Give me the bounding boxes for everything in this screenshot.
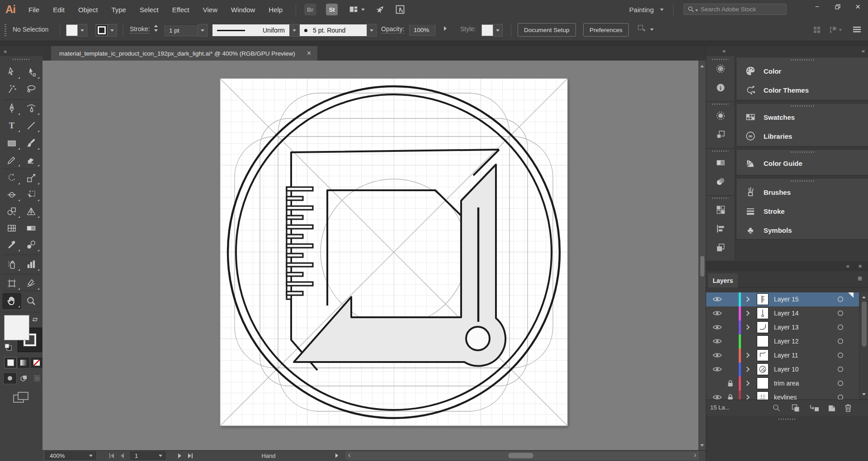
- stroke-weight-stepper[interactable]: [154, 23, 158, 33]
- last-artboard-button[interactable]: [187, 453, 193, 459]
- layer-name[interactable]: Layer 15: [774, 296, 798, 303]
- width-profile-chevron[interactable]: [289, 24, 299, 37]
- target-circle-icon[interactable]: [837, 380, 844, 386]
- collapse-icon-panels-column[interactable]: «: [862, 47, 864, 54]
- rectangle-tool[interactable]: [2, 136, 21, 151]
- grip[interactable]: [712, 151, 728, 152]
- visibility-eye-icon[interactable]: [712, 338, 722, 344]
- line-segment-tool[interactable]: [21, 118, 41, 133]
- target-circle-icon[interactable]: [837, 324, 844, 330]
- panel-grip[interactable]: [5, 24, 6, 36]
- layer-thumbnail[interactable]: [757, 321, 769, 333]
- canvas-area[interactable]: [42, 61, 706, 450]
- scroll-down-icon[interactable]: [862, 393, 866, 397]
- layer-row[interactable]: Layer 10: [706, 362, 868, 377]
- touch-workspace-button[interactable]: [395, 4, 406, 15]
- target-circle-icon[interactable]: [837, 352, 844, 358]
- clipping-mask-icon[interactable]: [791, 404, 800, 413]
- selection-tool[interactable]: [2, 65, 21, 80]
- close-button[interactable]: ×: [848, 0, 868, 14]
- pattern-options-panel-icon[interactable]: [714, 203, 727, 216]
- zoom-level-dropdown[interactable]: 400%: [45, 452, 96, 460]
- zoom-tool[interactable]: [21, 293, 41, 309]
- gradient-panel-icon[interactable]: [714, 156, 727, 169]
- new-sublayer-icon[interactable]: [809, 404, 820, 413]
- pen-tool[interactable]: [2, 101, 21, 116]
- layer-name[interactable]: Layer 10: [774, 366, 798, 373]
- stock-search-box[interactable]: Search Adobe Stock: [684, 4, 787, 15]
- mesh-tool[interactable]: [2, 221, 21, 236]
- panel-tab-swatches[interactable]: Swatches: [736, 108, 868, 127]
- perspective-grid-tool[interactable]: [21, 204, 41, 219]
- menu-view[interactable]: View: [196, 0, 224, 19]
- artboard[interactable]: [220, 79, 567, 426]
- workspace-switcher[interactable]: Painting: [629, 0, 664, 19]
- layer-thumbnail[interactable]: [757, 335, 769, 347]
- info-panel-icon[interactable]: i: [714, 81, 727, 94]
- menu-type[interactable]: Type: [104, 0, 133, 19]
- artboard-tool[interactable]: [2, 276, 21, 291]
- type-tool[interactable]: T: [2, 118, 21, 133]
- layer-thumbnail[interactable]: [757, 391, 769, 400]
- layer-name[interactable]: trim area: [774, 380, 799, 387]
- tools-grip[interactable]: [13, 59, 30, 60]
- document-setup-button[interactable]: Document Setup: [518, 23, 576, 37]
- minimize-button[interactable]: −: [807, 0, 827, 14]
- grip[interactable]: [791, 59, 814, 61]
- layer-row[interactable]: Layer 14: [706, 306, 868, 321]
- delete-layer-icon[interactable]: [844, 403, 853, 413]
- visibility-eye-icon[interactable]: [712, 324, 722, 330]
- navigator-panel-icon[interactable]: [714, 62, 727, 75]
- target-circle-icon[interactable]: [837, 366, 844, 372]
- opacity-value-field[interactable]: 100%: [409, 24, 435, 36]
- layer-thumbnail[interactable]: [757, 363, 769, 375]
- layers-scrollbar[interactable]: [859, 292, 868, 400]
- expand-chevron-icon[interactable]: [745, 324, 750, 330]
- grip[interactable]: [791, 151, 814, 153]
- scale-tool[interactable]: [21, 170, 41, 186]
- stroke-chevron[interactable]: [108, 24, 117, 37]
- layer-row[interactable]: keylines: [706, 390, 868, 400]
- stroke-weight-label[interactable]: Stroke:: [130, 25, 150, 33]
- shape-builder-tool[interactable]: [2, 204, 21, 219]
- horizontal-scrollbar[interactable]: ‹ ›: [345, 452, 699, 460]
- vertical-scroll-thumb[interactable]: [700, 256, 704, 277]
- layer-name[interactable]: Layer 11: [774, 352, 798, 359]
- layer-name[interactable]: Layer 13: [774, 324, 798, 331]
- color-mode-button[interactable]: [4, 357, 17, 368]
- panel-tab-symbols[interactable]: ♣ Symbols: [736, 221, 868, 240]
- swap-fill-stroke-icon[interactable]: [31, 315, 40, 324]
- target-circle-icon[interactable]: [837, 338, 844, 344]
- rotate-tool[interactable]: [2, 170, 21, 186]
- expand-chevron-icon[interactable]: [745, 366, 750, 372]
- menu-object[interactable]: Object: [71, 0, 104, 19]
- scroll-down-icon[interactable]: [700, 444, 704, 448]
- symbol-sprayer-tool[interactable]: [2, 257, 21, 272]
- vertical-scrollbar[interactable]: [698, 61, 706, 450]
- eyedropper-tool[interactable]: [2, 237, 21, 253]
- first-artboard-button[interactable]: [108, 453, 115, 459]
- grip[interactable]: [712, 198, 728, 199]
- layer-thumbnail[interactable]: [757, 293, 769, 305]
- style-dropdown[interactable]: [481, 24, 503, 37]
- target-circle-icon[interactable]: [837, 394, 844, 400]
- lock-icon[interactable]: [727, 380, 734, 387]
- none-mode-button[interactable]: [30, 357, 43, 368]
- layer-name[interactable]: Layer 12: [774, 338, 798, 345]
- close-panel-icon[interactable]: ×: [858, 262, 862, 270]
- document-tab[interactable]: material_template_ic_product_icon_192px_…: [51, 46, 317, 61]
- menu-edit[interactable]: Edit: [46, 0, 71, 19]
- expand-chevron-icon[interactable]: [745, 296, 750, 302]
- screen-mode-button[interactable]: [12, 390, 30, 405]
- grip[interactable]: [791, 180, 814, 182]
- layer-row[interactable]: Layer 13: [706, 320, 868, 335]
- layers-panel-menu-icon[interactable]: ≡: [858, 274, 862, 283]
- visibility-eye-icon[interactable]: [712, 296, 722, 302]
- lasso-tool[interactable]: [21, 82, 41, 97]
- blend-tool[interactable]: [21, 237, 41, 253]
- scroll-up-icon[interactable]: [700, 63, 704, 67]
- fill-proxy[interactable]: [5, 315, 29, 340]
- new-layer-icon[interactable]: [827, 404, 836, 413]
- layer-name[interactable]: Layer 14: [774, 310, 798, 317]
- draw-normal-button[interactable]: [3, 372, 17, 384]
